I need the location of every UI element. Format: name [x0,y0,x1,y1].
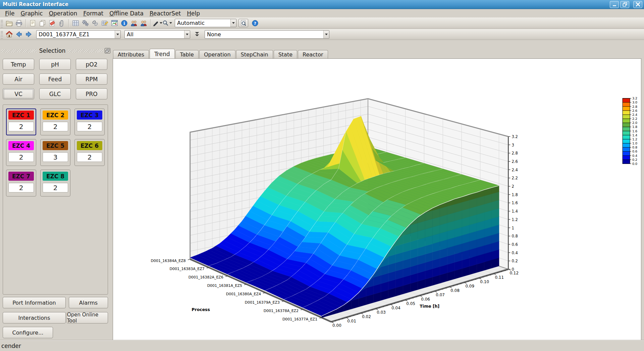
float-window-icon [105,49,110,53]
svg-text:0.07: 0.07 [436,293,445,297]
status-bar: cender [0,340,644,351]
ezc-card-3[interactable]: EZC 3 2 [74,108,105,135]
gears-icon [82,19,89,27]
toolbar-separator [68,19,69,27]
ezc-card-8[interactable]: EZC 8 2 [40,170,70,196]
tab-table[interactable]: Table [175,50,199,59]
reactor-select[interactable]: D001_16377A_EZ1 [36,30,121,39]
page-zoom-button[interactable] [238,19,248,27]
magnifier-dropdown-icon [162,19,169,27]
link-icon [91,19,99,27]
svg-text:Time [h]: Time [h] [420,304,439,309]
signal-button-glc[interactable]: GLC [39,88,71,99]
tab-trend[interactable]: Trend [150,49,175,59]
svg-text:2.4: 2.4 [512,168,518,172]
ezc-card-2[interactable]: EZC 2 2 [40,108,70,135]
ezc-card-6[interactable]: EZC 6 2 [74,139,105,166]
menu-graphic[interactable]: Graphic [17,10,46,17]
table-edit-button[interactable] [100,18,110,28]
minimize-button[interactable] [610,1,619,8]
interactions-button[interactable]: Interactions [3,312,66,323]
toolbar-gripper[interactable] [1,30,3,38]
svg-text:3.0: 3.0 [632,100,637,104]
menu-format[interactable]: Format [80,10,106,17]
chevron-down-icon[interactable] [115,31,120,38]
svg-text:1.0: 1.0 [632,141,637,145]
chevron-down-icon[interactable] [184,31,190,38]
ezc-card-7[interactable]: EZC 7 2 [6,170,36,196]
signal-button-pro[interactable]: PRO [76,88,107,99]
open-folder-button[interactable] [4,18,14,28]
ezc-card-label: EZC 3 [77,111,102,120]
restore-button[interactable] [620,1,629,8]
ezc-card-value: 2 [77,152,102,162]
filter-select[interactable]: All [124,30,190,39]
ezc-card-value: 2 [8,152,34,162]
close-button[interactable] [633,1,642,8]
toolbar-gripper[interactable] [1,19,3,27]
restore-icon [622,2,628,7]
magnifier-dropdown-button[interactable] [162,18,172,28]
menu-help[interactable]: Help [184,10,203,17]
menu-offline-data[interactable]: Offline Data [106,10,147,17]
chevron-down-icon[interactable] [323,31,329,38]
svg-text:i: i [123,21,125,26]
help-icon: ? [251,19,259,27]
svg-text:1.4: 1.4 [632,133,637,137]
users-alt-button[interactable] [139,18,149,28]
print-icon [15,19,23,27]
forward-button[interactable] [24,30,34,39]
signal-button-air[interactable]: Air [3,74,34,85]
tab-attributes[interactable]: Attributes [113,50,149,59]
tab-state[interactable]: State [274,50,297,59]
copy-button[interactable] [38,18,47,28]
info-button[interactable]: i [119,18,129,28]
svg-text:2.8: 2.8 [632,105,637,108]
help-button[interactable]: ? [250,18,260,28]
signal-button-vc[interactable]: VC [3,88,34,99]
svg-text:0.00: 0.00 [332,323,341,328]
signal-button-temp[interactable]: Temp [3,59,34,70]
note-button[interactable] [28,18,38,28]
pen-dropdown-button[interactable] [153,18,162,28]
home-button[interactable] [4,30,14,39]
ezc-card-1[interactable]: EZC 1 2 [6,108,36,135]
menu-reactorset[interactable]: ReactorSet [147,10,184,17]
signal-button-po2[interactable]: pO2 [76,59,107,70]
link-button[interactable] [90,18,100,28]
back-button[interactable] [14,30,24,39]
svg-text:0.0: 0.0 [632,162,637,166]
ezc-card-5[interactable]: EZC 5 3 [40,139,70,166]
port-information-button[interactable]: Port Information [3,297,66,308]
ezc-card-label: EZC 7 [8,172,34,181]
signal-button-feed[interactable]: Feed [39,74,71,85]
gears-button[interactable] [80,18,90,28]
tab-reactor[interactable]: Reactor [298,50,328,59]
open-online-tool-button[interactable]: Open Online Tool [67,312,108,323]
users-button[interactable] [129,18,139,28]
menu-file[interactable]: File [2,10,17,17]
table-button[interactable] [71,18,80,28]
signal-button-ph[interactable]: pH [39,59,71,70]
chevron-down-icon[interactable] [230,19,236,27]
print-button[interactable] [14,18,24,28]
view-select[interactable]: None [205,30,329,39]
menu-operation[interactable]: Operation [46,10,80,17]
eraser-icon [48,19,56,27]
expand-all-button[interactable] [192,30,202,39]
eraser-button[interactable] [47,18,57,28]
alarms-button[interactable]: Alarms [69,297,108,308]
float-panel-button[interactable] [105,48,110,53]
svg-text:D001_16384A_EZ8: D001_16384A_EZ8 [151,259,185,263]
configure-button[interactable]: Configure... [3,327,53,338]
svg-text:0.08: 0.08 [450,288,460,293]
svg-text:2.8: 2.8 [512,151,518,156]
ezc-card-4[interactable]: EZC 4 2 [6,139,36,166]
mode-select[interactable]: Automatic [175,19,236,27]
paperclip-button[interactable] [57,18,67,28]
tab-stepchain[interactable]: StepChain [236,50,273,59]
chart-window-button[interactable] [110,18,119,28]
signal-button-rpm[interactable]: RPM [76,74,107,85]
tab-operation[interactable]: Operation [199,50,235,59]
signal-button-grid: TemppHpO2AirFeedRPMVCGLCPRO [3,59,108,99]
